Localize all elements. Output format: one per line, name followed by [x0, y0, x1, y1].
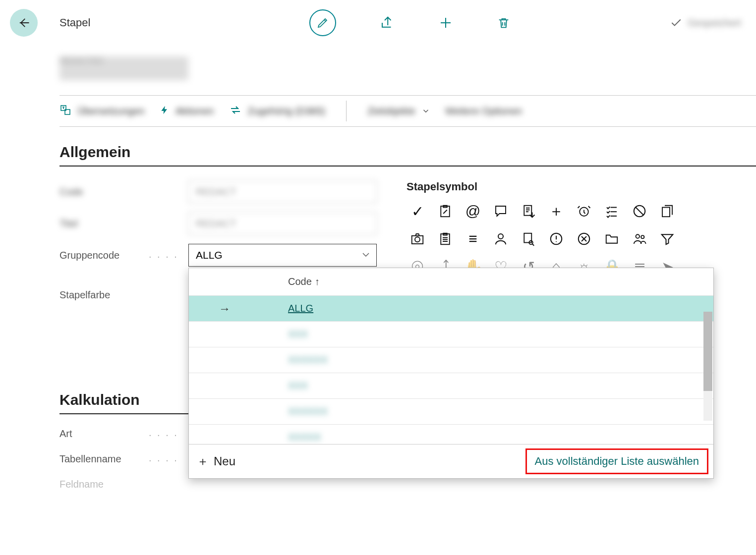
select-from-full-list-button[interactable]: Aus vollständiger Liste auswählen [525, 448, 708, 474]
popup-row[interactable]: XXXXXX [189, 398, 713, 424]
label-code: Code [59, 186, 188, 198]
icon-comment[interactable] [490, 200, 512, 222]
saved-label: Gespeichert [688, 17, 741, 29]
icon-menu[interactable]: ≡ [462, 228, 484, 250]
icon-doc-search[interactable] [518, 228, 539, 250]
input-groupcode[interactable] [188, 244, 377, 267]
pencil-icon [317, 17, 329, 29]
row-code: XXX [288, 380, 308, 391]
popup-scrollbar[interactable] [703, 312, 712, 421]
new-label: Neu [214, 454, 235, 468]
action-translations[interactable]: Übersetzungen [59, 104, 145, 118]
share-icon [380, 15, 395, 30]
icon-docs[interactable] [656, 200, 678, 222]
svg-rect-3 [524, 206, 531, 216]
arrow-right-icon: → [219, 302, 258, 316]
svg-rect-6 [662, 208, 670, 217]
icon-plus[interactable]: ＋ [545, 200, 567, 222]
popup-row[interactable]: XXXXXX [189, 347, 713, 373]
popup-rows: → ALLG XXX XXXXXX XXX XXXXXX XXXXX [189, 295, 713, 444]
action-label: Zugehörig (D365) [248, 106, 326, 117]
arrow-left-icon [17, 16, 31, 30]
icon-palette-title: Stapelsymbol [407, 180, 684, 193]
back-button[interactable] [10, 9, 38, 37]
action-label: Weitere Optionen [445, 106, 522, 117]
input-title[interactable] [188, 212, 377, 235]
section-general-title: Allgemein [59, 144, 756, 166]
saved-indicator: Gespeichert [670, 16, 741, 29]
popup-row[interactable]: XXXXX [189, 424, 713, 444]
icon-grid: ✓ @ ＋ ≡ ⦾ ⤴ [407, 200, 684, 278]
swap-icon [229, 104, 242, 118]
row-code: XXXXX [288, 432, 321, 443]
input-code[interactable] [188, 180, 377, 203]
trash-icon [497, 16, 511, 30]
sort-asc-icon: ↑ [315, 276, 320, 287]
plus-icon [438, 15, 453, 30]
label-tablename: Tabellenname [59, 453, 188, 465]
action-actions[interactable]: Aktionen [160, 104, 214, 118]
action-label: Aktionen [175, 106, 214, 117]
action-label: Übersetzungen [77, 106, 145, 117]
svg-point-10 [498, 234, 503, 239]
icon-check[interactable]: ✓ [407, 200, 428, 222]
icon-exclaim[interactable] [545, 228, 567, 250]
record-title: REDACTED [59, 56, 188, 80]
lightning-icon [160, 104, 170, 118]
svg-point-16 [641, 235, 644, 238]
translate-icon [59, 104, 71, 118]
label-art: Art [59, 428, 188, 440]
action-related[interactable]: Zugehörig (D365) [229, 104, 326, 118]
icon-prohibit[interactable] [629, 200, 650, 222]
action-more[interactable]: Weitere Optionen [445, 106, 522, 117]
popup-row[interactable]: XXX [189, 373, 713, 398]
check-icon [670, 16, 683, 29]
icon-filter[interactable] [656, 228, 678, 250]
popup-row[interactable]: XXX [189, 321, 713, 347]
icon-cancel[interactable] [573, 228, 595, 250]
chevron-down-icon [421, 107, 430, 115]
icon-alarm[interactable] [573, 200, 595, 222]
row-code: XXXXXX [288, 406, 328, 417]
icon-camera[interactable] [407, 228, 428, 250]
svg-point-8 [415, 237, 420, 242]
icon-list-check[interactable] [601, 200, 623, 222]
dropdown-groupcode[interactable] [188, 244, 377, 267]
action-label: Zielobjekte [367, 106, 415, 117]
col-header-code: Code [288, 276, 312, 287]
row-code: XXX [288, 329, 308, 340]
row-code: XXXXXX [288, 354, 328, 366]
icon-folder[interactable] [601, 228, 623, 250]
edit-button[interactable] [309, 9, 336, 36]
icon-doc-arrow[interactable] [518, 200, 539, 222]
label-title: Titel [59, 218, 188, 229]
delete-button[interactable] [497, 16, 511, 30]
icon-clipboard-list[interactable] [434, 228, 456, 250]
toolbar [150, 9, 670, 36]
page-title: Stapel [59, 16, 90, 29]
popup-row[interactable]: → ALLG [189, 295, 713, 321]
label-stapelfarbe: Stapelfarbe [59, 289, 188, 301]
share-button[interactable] [380, 15, 395, 30]
groupcode-dropdown-popup: Code ↑ → ALLG XXX XXXXXX XXX XXXXXX XXXX… [188, 268, 714, 479]
label-groupcode: Gruppencode [59, 250, 188, 261]
popup-footer: ＋ Neu Aus vollständiger Liste auswählen [189, 444, 713, 478]
icon-people[interactable] [629, 228, 650, 250]
icon-clipboard-edit[interactable] [434, 200, 456, 222]
new-record-button[interactable]: ＋ Neu [197, 453, 235, 469]
popup-header[interactable]: Code ↑ [189, 268, 713, 295]
section-kalk-title: Kalkulation [59, 391, 198, 414]
label-feldname: Feldname [59, 479, 188, 490]
page-header: Stapel Gespeichert [0, 0, 756, 37]
svg-point-15 [636, 234, 640, 238]
icon-at[interactable]: @ [462, 200, 484, 222]
action-bar: Übersetzungen Aktionen Zugehörig (D365) … [59, 95, 756, 127]
new-button[interactable] [438, 15, 453, 30]
plus-icon: ＋ [197, 453, 209, 469]
scroll-thumb[interactable] [703, 312, 712, 391]
action-targets[interactable]: Zielobjekte [367, 106, 430, 117]
row-code: ALLG [288, 303, 313, 314]
divider [346, 101, 347, 121]
icon-person[interactable] [490, 228, 512, 250]
